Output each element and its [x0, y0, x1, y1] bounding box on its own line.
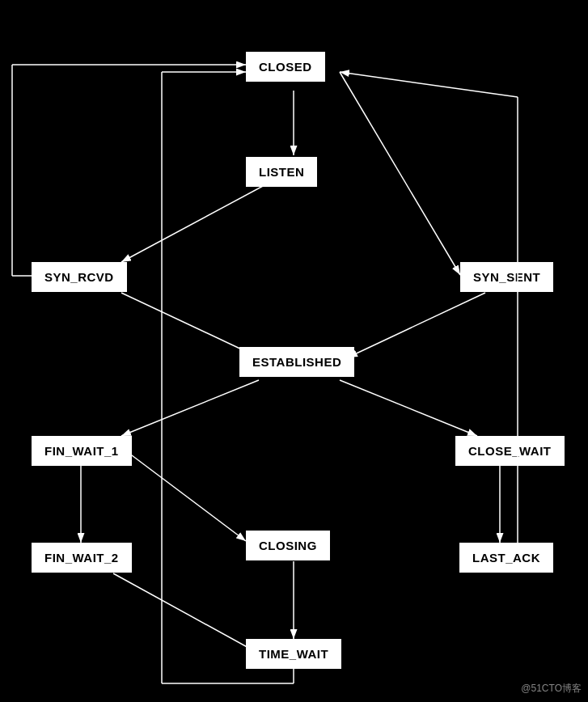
svg-line-6	[121, 380, 259, 436]
listen-state: LISTEN	[246, 157, 317, 187]
established-state: ESTABLISHED	[239, 347, 354, 377]
close-wait-state: CLOSE_WAIT	[455, 436, 565, 466]
svg-line-2	[121, 180, 275, 262]
svg-line-7	[340, 380, 477, 436]
fin-wait-1-state: FIN_WAIT_1	[32, 436, 132, 466]
svg-line-9	[125, 450, 246, 541]
fin-wait-2-state: FIN_WAIT_2	[32, 543, 132, 573]
watermark: @51CTO博客	[521, 682, 582, 696]
svg-line-3	[340, 72, 460, 275]
svg-line-12	[113, 573, 259, 653]
svg-line-5	[348, 293, 485, 357]
syn-rcvd-state: SYN_RCVD	[32, 262, 127, 292]
svg-line-4	[121, 293, 259, 357]
closed-state: CLOSED	[246, 52, 325, 82]
svg-line-14	[340, 72, 518, 97]
closing-state: CLOSING	[246, 531, 330, 560]
last-ack-state: LAST_ACK	[459, 543, 553, 573]
time-wait-state: TIME_WAIT	[246, 639, 341, 669]
syn-sent-state: SYN_SENT	[460, 262, 553, 292]
